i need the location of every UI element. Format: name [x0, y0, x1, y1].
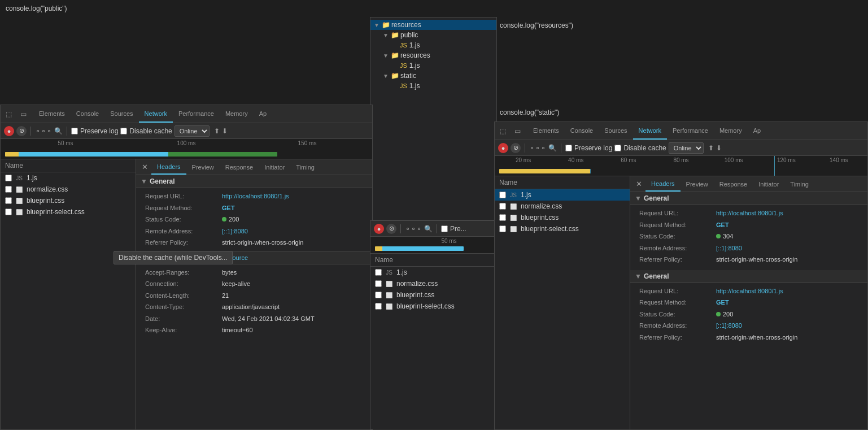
- tab-network[interactable]: Network: [139, 105, 173, 123]
- file-item-3-blueprint-select[interactable]: ⬜ blueprint-select.css: [495, 223, 630, 234]
- disable-cache-checkbox-3[interactable]: [614, 145, 621, 151]
- tree-item-1js-public[interactable]: JS 1.js: [370, 40, 496, 50]
- tab-more-3[interactable]: Ap: [748, 122, 766, 140]
- preserve-log-checkbox-2[interactable]: [441, 225, 448, 232]
- tab-performance-3[interactable]: Performance: [667, 122, 714, 140]
- file-item-1js[interactable]: JS 1.js: [1, 172, 136, 184]
- tab-elements-3[interactable]: Elements: [527, 122, 565, 140]
- tab-bar-3: ⬚ ▭ Elements Console Sources Network Per…: [495, 122, 867, 140]
- close-tab-button-3[interactable]: ✕: [633, 180, 645, 188]
- stop-button-2[interactable]: ⊘: [386, 224, 396, 234]
- file-checkbox[interactable]: [375, 269, 382, 276]
- preserve-log-checkbox[interactable]: [71, 128, 78, 134]
- tab-network-3[interactable]: Network: [633, 122, 667, 140]
- file-checkbox[interactable]: [499, 203, 506, 210]
- file-checkbox[interactable]: [5, 197, 12, 204]
- file-item-blueprint-select[interactable]: ⬜ blueprint-select.css: [1, 206, 136, 218]
- record-button-2[interactable]: ●: [374, 224, 384, 234]
- file-checkbox[interactable]: [375, 280, 382, 287]
- tree-item-resources-sub[interactable]: ▼ 📁 resources: [370, 50, 496, 60]
- download-icon[interactable]: ⬇: [222, 127, 228, 135]
- detail-tab-initiator[interactable]: Initiator: [259, 159, 290, 175]
- detail-tab-timing[interactable]: Timing: [290, 159, 320, 175]
- detail-tab-initiator-3[interactable]: Initiator: [753, 176, 784, 192]
- detail-tab-preview-3[interactable]: Preview: [681, 176, 714, 192]
- inspect-icon[interactable]: ⬚: [3, 108, 14, 120]
- val-content-type: application/javascript: [222, 302, 280, 312]
- tab-elements[interactable]: Elements: [33, 105, 71, 123]
- filter-icon[interactable]: ⚬⚬⚬: [35, 127, 52, 135]
- table-area-3: Name JS 1.js ⬜ normalize.css ⬜ blueprint…: [495, 176, 867, 429]
- search-icon[interactable]: 🔍: [54, 127, 63, 135]
- file-item-3-blueprint[interactable]: ⬜ blueprint.css: [495, 212, 630, 223]
- val-content-length: 21: [222, 291, 229, 301]
- timeline-bar-container-3: [495, 169, 867, 173]
- close-tab-button[interactable]: ✕: [138, 163, 151, 171]
- tab-memory[interactable]: Memory: [220, 105, 254, 123]
- disable-cache-checkbox[interactable]: [120, 128, 127, 134]
- general-section-header-3a[interactable]: ▼ General: [630, 192, 867, 205]
- file-checkbox[interactable]: [5, 186, 12, 193]
- detail-row-url-3a: Request URL http://localhost:8080/1.js: [630, 207, 867, 219]
- preserve-log-label[interactable]: Preserve log: [71, 127, 118, 135]
- file-checkbox[interactable]: [375, 303, 382, 310]
- search-icon-3[interactable]: 🔍: [548, 144, 557, 152]
- detail-tab-response[interactable]: Response: [220, 159, 259, 175]
- file-item-blueprint[interactable]: ⬜ blueprint.css: [1, 195, 136, 206]
- tab-sources[interactable]: Sources: [104, 105, 138, 123]
- general-section-header[interactable]: ▼ General: [136, 175, 372, 188]
- file-checkbox[interactable]: [5, 209, 12, 215]
- filter-icon-3[interactable]: ⚬⚬⚬: [529, 144, 546, 152]
- inspect-icon-3[interactable]: ⬚: [497, 125, 508, 137]
- stop-button-3[interactable]: ⊘: [511, 143, 521, 153]
- tree-item-1js-static[interactable]: JS 1.js: [370, 81, 496, 91]
- general-section-header-3b[interactable]: ▼ General: [630, 270, 867, 283]
- tree-item-resources-root[interactable]: ▼ 📁 resources: [370, 20, 496, 30]
- general-label: General: [644, 194, 669, 202]
- disable-cache-label[interactable]: Disable cache: [120, 127, 172, 135]
- device-icon-3[interactable]: ▭: [512, 125, 523, 137]
- detail-tab-timing-3[interactable]: Timing: [784, 176, 814, 192]
- record-button[interactable]: ●: [4, 126, 14, 136]
- key-accept-ranges: Accept-Ranges: [145, 268, 219, 277]
- tab-more[interactable]: Ap: [254, 105, 272, 123]
- val-remote: [::1]:8080: [222, 227, 248, 236]
- detail-tab-headers[interactable]: Headers: [151, 159, 186, 175]
- tab-console[interactable]: Console: [71, 105, 104, 123]
- tree-item-public[interactable]: ▼ 📁 public: [370, 30, 496, 40]
- download-icon-3[interactable]: ⬇: [716, 144, 722, 152]
- detail-tab-response-3[interactable]: Response: [714, 176, 753, 192]
- file-checkbox[interactable]: [499, 214, 506, 221]
- separator: [437, 224, 437, 233]
- online-select[interactable]: Online Offline: [175, 125, 210, 137]
- preserve-log-label-3[interactable]: Preserve log: [565, 144, 612, 152]
- preserve-log-label-2[interactable]: Pre...: [441, 225, 466, 233]
- disable-cache-label-3[interactable]: Disable cache: [614, 144, 666, 152]
- file-checkbox[interactable]: [499, 225, 506, 232]
- stop-button[interactable]: ⊘: [16, 126, 27, 136]
- preserve-log-checkbox-3[interactable]: [565, 145, 572, 151]
- online-dropdown[interactable]: Online Offline: [175, 125, 210, 137]
- detail-tab-preview[interactable]: Preview: [186, 159, 220, 175]
- tree-item-static[interactable]: ▼ 📁 static: [370, 71, 496, 81]
- tab-sources-3[interactable]: Sources: [599, 122, 633, 140]
- online-dropdown-3[interactable]: Online Offline: [669, 142, 704, 154]
- online-select-3[interactable]: Online Offline: [669, 142, 704, 154]
- upload-icon-3[interactable]: ⬆: [708, 144, 714, 152]
- tab-console-3[interactable]: Console: [565, 122, 599, 140]
- file-checkbox[interactable]: [499, 192, 506, 198]
- file-item-normalize[interactable]: ⬜ normalize.css: [1, 184, 136, 195]
- filter-icon-2[interactable]: ⚬⚬⚬: [405, 225, 422, 233]
- file-checkbox[interactable]: [375, 292, 382, 298]
- upload-icon[interactable]: ⬆: [214, 127, 220, 135]
- file-item-3-normalize[interactable]: ⬜ normalize.css: [495, 201, 630, 212]
- detail-tab-headers-3[interactable]: Headers: [645, 176, 681, 192]
- device-icon[interactable]: ▭: [18, 108, 29, 120]
- record-button-3[interactable]: ●: [498, 143, 508, 153]
- tab-performance[interactable]: Performance: [173, 105, 220, 123]
- tree-item-1js-resources[interactable]: JS 1.js: [370, 60, 496, 71]
- file-item-3-1js[interactable]: JS 1.js: [495, 189, 630, 201]
- tab-memory-3[interactable]: Memory: [714, 122, 748, 140]
- file-checkbox[interactable]: [5, 175, 12, 181]
- search-icon-2[interactable]: 🔍: [424, 225, 433, 233]
